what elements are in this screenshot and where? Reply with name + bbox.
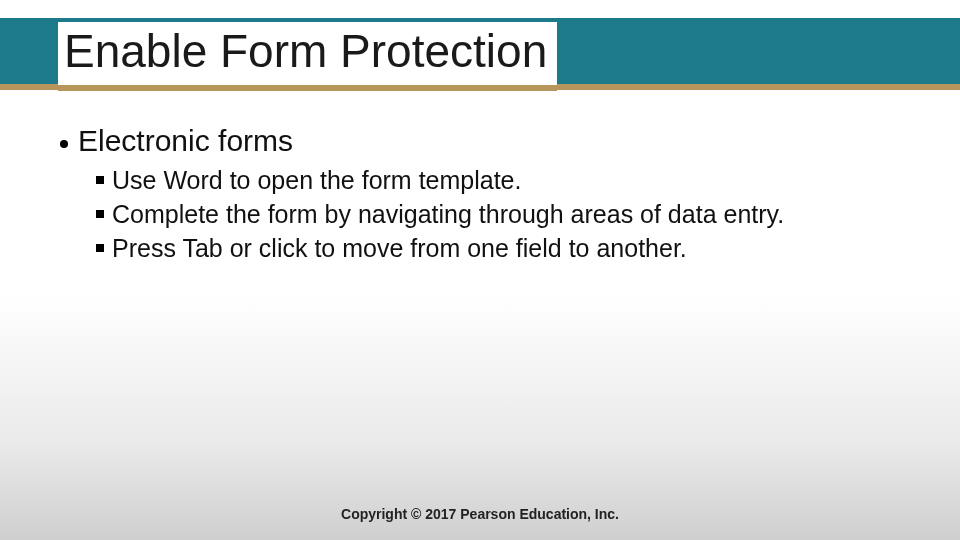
bullet-square-icon [96,210,104,218]
copyright-footer: Copyright © 2017 Pearson Education, Inc. [0,506,960,522]
bullet-level2: Use Word to open the form template. [96,164,920,196]
bullet-level1-text: Electronic forms [78,124,293,158]
bullet-level1: Electronic forms [60,124,920,158]
bullet-square-icon [96,244,104,252]
bullet-square-icon [96,176,104,184]
slide-title: Enable Form Protection [58,22,557,91]
bullet-level2: Complete the form by navigating through … [96,198,920,230]
bullet-level2-text: Complete the form by navigating through … [112,198,784,230]
slide-content: Electronic forms Use Word to open the fo… [60,124,920,266]
bullet-level2-text: Use Word to open the form template. [112,164,521,196]
bullet-level2-text: Press Tab or click to move from one fiel… [112,232,687,264]
bullet-level2: Press Tab or click to move from one fiel… [96,232,920,264]
bullet-dot-icon [60,140,68,148]
